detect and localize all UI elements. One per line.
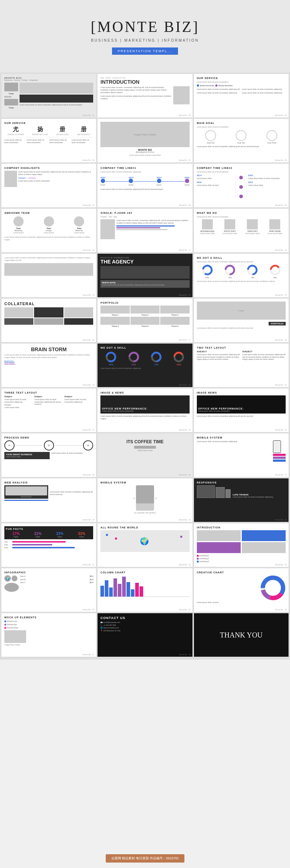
- image-news-bg: OFFICE NEW PERFORMANCE: Lorem ipsum dolo…: [100, 395, 189, 414]
- slide-two-text: TWO TEXT LAYOUT SUBJECT Lorem ipsum dolo…: [194, 344, 289, 387]
- slide-footer: Monte Biz · 01: [83, 114, 94, 116]
- tablet-device: [136, 485, 154, 511]
- thank-you-text: THANK YOU: [220, 631, 263, 639]
- creative-donut-chart: [260, 575, 286, 601]
- profile-img: [100, 219, 115, 239]
- section-gap: [0, 658, 290, 660]
- intro-title: INTRODUCTION: [100, 79, 189, 85]
- responsive-tablet: [216, 487, 225, 498]
- responsive-phone: [225, 489, 231, 498]
- slide-timeline-1: COMPANY TIME LINE#1 Lorem ipsum dolor si…: [98, 164, 192, 207]
- donut-84: [202, 264, 213, 276]
- slide-our-service-2: OUR SERVICE 尤 UNIQUE IS POWER 扬 MARKETIN…: [1, 119, 96, 162]
- slide-brain-storm: BRAIN STORM Lorem ipsum dolor sit amet c…: [1, 344, 96, 387]
- slide-cover: [MONTE BIZ] Marketing · Solution · Desig…: [1, 74, 96, 117]
- agency-img: [4, 263, 93, 276]
- world-map: 🌍: [100, 530, 189, 552]
- cover-main-img: [20, 83, 93, 94]
- mobile-device: [273, 440, 281, 453]
- slide-awesome-team: AWESOME TEAM Team Marketing Lorem ipsum …: [1, 209, 96, 252]
- hero-section: [MONTE BIZ] BUSINESS | MARKETING | INFOR…: [0, 0, 290, 72]
- intro-body: Lorem ipsum dolor sit amet, consectetur …: [100, 86, 171, 94]
- slide-responsive: RESPONSIVE LUPE TRUMAN Lorem ipsum dolor…: [194, 478, 289, 522]
- slide-portfolio-1: PORTFOLIO Theme 1 Theme 2 Theme 3 Theme …: [98, 299, 192, 342]
- slide-all-round-world: ALL ROUND THE WORLD 🌍 Monte Biz · 32: [98, 523, 192, 567]
- slide-introduction-2: INTRODUCTION something 1 something 2 som…: [194, 523, 289, 567]
- slide-coffee-time: ITS COFFEE TIME Coffee Place Order Monte…: [98, 433, 192, 477]
- donut-dark-73: [150, 351, 162, 363]
- slide-web-analysis: WEB ANALYSIS Lorem ipsum dolor sit amet …: [1, 478, 96, 522]
- cover-tagline: Marketing · Solution · Design · Infograp…: [4, 79, 93, 81]
- cover-dark-box: [20, 95, 93, 103]
- slide-image-news-1: IMAGE & NEWS OFFICE NEW PERFORMANCE: Lor…: [98, 389, 192, 432]
- slide-column-chart: COLUMN CHART Monte Biz · 35: [98, 568, 192, 612]
- highlights-img: [4, 171, 17, 187]
- slide-we-got-skill-dark: WE GOT A SKILL 84% 75%: [98, 344, 192, 387]
- slide-process-demo: PROCESS DEMO 01 02 03 YOUR SMART BUSINES…: [1, 433, 96, 477]
- slide-main-goal: MAIN GOAL Lorem ipsum dolor sit amet con…: [194, 119, 289, 162]
- slide-mobile-system-2: MOBILE SYSTEM ● ● ALL ROUND THE WORLD Mo…: [98, 478, 192, 522]
- hero-button[interactable]: PRESENTATION TEMPL...: [112, 47, 178, 55]
- slides-grid: [MONTE BIZ] Marketing · Solution · Desig…: [0, 72, 290, 658]
- slide-three-text: THREE TEXT LAYOUT Subject Lorem ipsum do…: [1, 389, 96, 432]
- screen-display: [5, 486, 47, 495]
- agency-dark-img: [100, 266, 189, 279]
- slide-infographic: INFOGRAPHIC 🌍 Item A$5.4 Item B$4.4 Item…: [1, 568, 96, 612]
- slide-image-news-2: IMAGE NEwS OFFICE NEW PERFORMANCE: Lorem…: [194, 389, 289, 432]
- intro-image: [173, 86, 190, 104]
- slide-introduction: WE ARE CREATIVE INTRODUCTION Lorem ipsum…: [98, 74, 192, 117]
- slide-we-got-skill-1: WE GOT A SKILL Lorem ipsum dolor sit ame…: [194, 254, 289, 297]
- donut-dark-40: [173, 351, 185, 363]
- intro-footer: Monte Biz · 02: [179, 114, 191, 116]
- image-news-2-bg: OFFICE NEW PERFORMANCE: Lorem ipsum dolo…: [197, 395, 286, 414]
- slide-agency-dark: PHOTO & SUPERVISE THE AGENCY WHITE NOTE …: [98, 254, 192, 297]
- slide-mobile-system-1: MOBILE SYSTEM Lorem ipsum dolor sit amet…: [194, 433, 289, 477]
- slide-what-we-do: WHAT WE DO Lorem ipsum dolor sit amet co…: [194, 209, 289, 252]
- donut-40: [269, 264, 281, 276]
- donut-73: [246, 264, 258, 276]
- svg-point-20: [268, 583, 278, 593]
- slide-portfolio-2: Image PORTFOLIO Lorem ipsum dolor sit am…: [194, 299, 289, 342]
- slide-timeline-2: COMPANY TIME LINE#2 Lorem ipsum dolor si…: [194, 164, 289, 207]
- service1-label: OUR SERVICE: [197, 77, 286, 79]
- portfolio2-img: Image: [197, 302, 286, 320]
- cover-img1: [4, 83, 18, 91]
- slide-mock-up: MOCK UP ELEMENTS Element one Element two…: [1, 613, 96, 657]
- donut-dark-84: [105, 351, 117, 363]
- donut-dark-75: [128, 351, 140, 363]
- slide-collateral: COLLATERAL Monte Biz · 16: [1, 299, 96, 342]
- hero-title: [MONTE BIZ]: [91, 18, 199, 36]
- responsive-desktop: [197, 485, 215, 498]
- slide-contact-us: CONTACT US 📧 email@example.com 📞 +1 234 …: [98, 613, 192, 657]
- cover-img2: [4, 99, 18, 105]
- donut-75: [224, 264, 236, 276]
- hero-subtitle: BUSINESS | MARKETING | INFORMATION: [91, 38, 199, 42]
- slide-image-placeholder: Image Place Holder MONTE BIZ BUSINESS PI…: [98, 119, 192, 162]
- slide-creative-chart: CREATIVE CHART Lorem ipsum dolor sit ame…: [194, 568, 289, 612]
- img-placeholder: Image Place Holder: [100, 122, 189, 147]
- slide-company-highlights: COMPANY HIGHLIGHTS Lorem ipsum dolor sit…: [1, 164, 96, 207]
- slide-thank-you: THANK YOU: [194, 613, 289, 657]
- mockup-img: [4, 630, 26, 643]
- slide-agency-left: Lorem ipsum dolor sit amet consectetur a…: [1, 254, 96, 297]
- slide-single-profile: SINGLE: P.JOHN JAY Position · Title · Da…: [98, 209, 192, 252]
- slide-our-service-1: OUR SERVICE Lorem ipsum dolor sit amet c…: [194, 74, 289, 117]
- slide-fan-facts: FUN FACTS 17% Facts 21% Facts 33% Facts …: [1, 523, 96, 567]
